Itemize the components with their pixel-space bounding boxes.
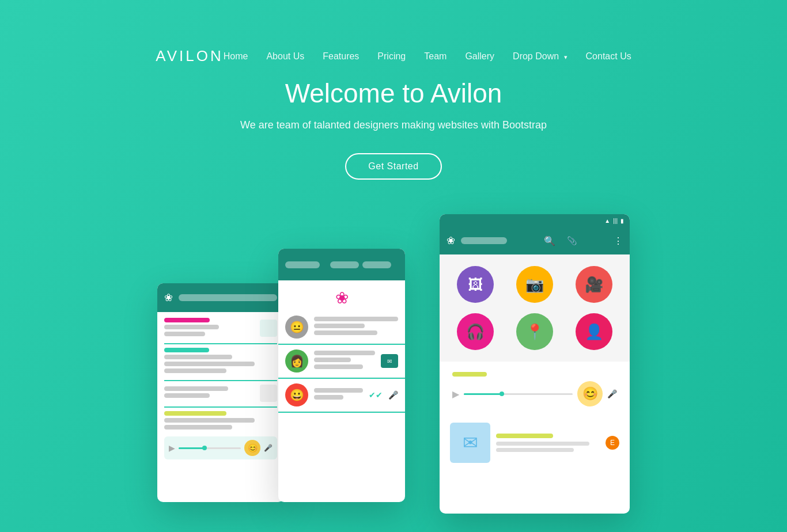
avatar-player: 😊 (577, 381, 603, 406)
notification-badge: E (606, 436, 619, 450)
nav-pricing[interactable]: Pricing (377, 51, 406, 61)
lotus-icon: ❀ (164, 291, 173, 304)
mic-icon: 🎤 (264, 444, 273, 452)
nav-gallery[interactable]: Gallery (465, 51, 494, 61)
mic-icon-mid: 🎤 (388, 390, 398, 400)
nav-contact[interactable]: Contact Us (586, 51, 631, 61)
check-icon: ✔✔ (369, 390, 383, 400)
app-grid: 🖼 📷 🎥 🎧 📍 👤 (440, 254, 630, 362)
hero-title: Welcome to Avilon (285, 78, 502, 109)
hero-subtitle: We are team of talanted designers making… (240, 119, 547, 131)
app-icon-maps: 📍 (516, 313, 553, 350)
nav-about[interactable]: About Us (266, 51, 304, 61)
avatar: 😐 (285, 316, 308, 339)
nav-home[interactable]: Home (224, 51, 248, 61)
avatar: 😊 (244, 440, 260, 456)
phone-mid: ❀ 😐 👩 (278, 249, 405, 502)
nav-features[interactable]: Features (323, 51, 359, 61)
navbar: AVILON Home About Us Features Pricing Te… (133, 35, 654, 78)
wifi-icon: ▲ (604, 218, 610, 224)
battery-icon: ▮ (620, 218, 624, 224)
play-icon: ▶ (169, 443, 175, 453)
lotus-center-icon: ❀ (335, 288, 349, 307)
app-icon-profile: 👤 (576, 313, 612, 350)
search-icon: 🔍 (544, 235, 555, 246)
envelope-card: ✉ E (444, 417, 625, 469)
signal-icon: ||| (613, 218, 618, 224)
phone-mockups: ❀ (157, 214, 630, 514)
envelope-icon: ✉ (450, 423, 490, 463)
app-icon-audio: 🎧 (457, 313, 494, 350)
more-icon: ⋮ (614, 235, 623, 246)
nav-dropdown[interactable]: Drop Down ▾ (513, 51, 567, 61)
header-bar (179, 294, 277, 301)
phone-right: ▲ ||| ▮ ❀ 🔍 📎 ⋮ 🖼 📷 🎥 🎧 📍 👤 (440, 214, 630, 514)
chevron-down-icon: ▾ (564, 54, 567, 60)
avatar: 😀 (285, 383, 308, 406)
get-started-button[interactable]: Get Started (345, 153, 441, 180)
app-icon-gallery: 🖼 (457, 266, 494, 303)
avatar: 👩 (285, 349, 308, 373)
brand-logo: AVILON (156, 47, 223, 65)
phone-left: ❀ (157, 283, 284, 502)
app-icon-video: 🎥 (576, 266, 612, 303)
clip-icon: 📎 (567, 236, 577, 245)
app-icon-camera: 📷 (516, 266, 553, 303)
media-player-card: ▶ 😊 🎤 (444, 366, 625, 412)
nav-links: Home About Us Features Pricing Team Gall… (224, 51, 631, 62)
mic-icon-right: 🎤 (607, 389, 617, 398)
lotus-top-icon: ❀ (447, 234, 455, 247)
nav-team[interactable]: Team (424, 51, 447, 61)
hero-section: AVILON Home About Us Features Pricing Te… (0, 0, 787, 532)
play-icon-right: ▶ (452, 389, 459, 400)
